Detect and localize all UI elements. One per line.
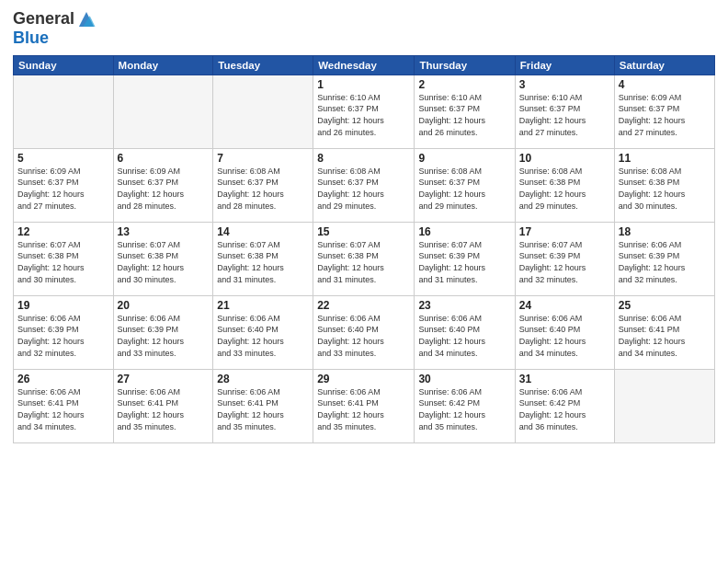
day-info: Sunrise: 6:08 AM Sunset: 6:37 PM Dayligh…: [418, 166, 510, 212]
calendar-cell: 18Sunrise: 6:06 AM Sunset: 6:39 PM Dayli…: [614, 222, 714, 295]
calendar-cell: 27Sunrise: 6:06 AM Sunset: 6:41 PM Dayli…: [113, 369, 213, 442]
calendar-cell: 23Sunrise: 6:06 AM Sunset: 6:40 PM Dayli…: [415, 295, 515, 369]
day-number: 22: [317, 299, 410, 312]
day-info: Sunrise: 6:07 AM Sunset: 6:39 PM Dayligh…: [418, 239, 510, 285]
calendar-cell: 3Sunrise: 6:10 AM Sunset: 6:37 PM Daylig…: [515, 75, 614, 148]
weekday-header-wednesday: Wednesday: [313, 55, 415, 75]
day-info: Sunrise: 6:06 AM Sunset: 6:41 PM Dayligh…: [17, 386, 109, 432]
day-number: 20: [118, 299, 210, 312]
logo-general-text: General: [13, 10, 74, 29]
day-number: 7: [217, 152, 309, 165]
calendar-cell: 24Sunrise: 6:06 AM Sunset: 6:40 PM Dayli…: [515, 295, 614, 369]
calendar-cell: 30Sunrise: 6:06 AM Sunset: 6:42 PM Dayli…: [415, 369, 515, 442]
day-number: 19: [17, 299, 109, 312]
day-info: Sunrise: 6:07 AM Sunset: 6:38 PM Dayligh…: [17, 239, 109, 285]
calendar-cell: 22Sunrise: 6:06 AM Sunset: 6:40 PM Dayli…: [313, 295, 415, 369]
day-number: 5: [17, 152, 109, 165]
calendar-cell: 8Sunrise: 6:08 AM Sunset: 6:37 PM Daylig…: [313, 148, 415, 222]
weekday-header-thursday: Thursday: [415, 55, 515, 75]
day-info: Sunrise: 6:06 AM Sunset: 6:41 PM Dayligh…: [619, 313, 711, 359]
day-info: Sunrise: 6:10 AM Sunset: 6:37 PM Dayligh…: [317, 92, 410, 138]
logo-icon: [76, 9, 97, 29]
week-row-2: 5Sunrise: 6:09 AM Sunset: 6:37 PM Daylig…: [14, 148, 715, 222]
page: General Blue SundayMondayTuesdayWednesda…: [0, 0, 728, 563]
day-number: 14: [217, 225, 309, 238]
weekday-header-sunday: Sunday: [14, 55, 114, 75]
week-row-3: 12Sunrise: 6:07 AM Sunset: 6:38 PM Dayli…: [14, 222, 715, 295]
header: General Blue: [13, 9, 715, 48]
day-number: 8: [317, 152, 410, 165]
day-number: 17: [519, 225, 610, 238]
day-number: 10: [519, 152, 610, 165]
day-number: 26: [17, 373, 109, 385]
day-info: Sunrise: 6:06 AM Sunset: 6:40 PM Dayligh…: [519, 313, 610, 359]
day-info: Sunrise: 6:09 AM Sunset: 6:37 PM Dayligh…: [619, 92, 711, 138]
day-info: Sunrise: 6:06 AM Sunset: 6:39 PM Dayligh…: [619, 239, 711, 285]
calendar-cell: 6Sunrise: 6:09 AM Sunset: 6:37 PM Daylig…: [113, 148, 213, 222]
weekday-header-row: SundayMondayTuesdayWednesdayThursdayFrid…: [14, 55, 715, 75]
week-row-4: 19Sunrise: 6:06 AM Sunset: 6:39 PM Dayli…: [14, 295, 715, 369]
calendar-cell: 26Sunrise: 6:06 AM Sunset: 6:41 PM Dayli…: [14, 369, 114, 442]
day-info: Sunrise: 6:07 AM Sunset: 6:38 PM Dayligh…: [317, 239, 410, 285]
day-number: 31: [519, 373, 610, 385]
day-number: 11: [619, 152, 711, 165]
day-number: 27: [118, 373, 210, 385]
calendar-table: SundayMondayTuesdayWednesdayThursdayFrid…: [13, 55, 715, 443]
calendar-cell: 16Sunrise: 6:07 AM Sunset: 6:39 PM Dayli…: [415, 222, 515, 295]
day-number: 4: [619, 78, 711, 91]
calendar-cell: 10Sunrise: 6:08 AM Sunset: 6:38 PM Dayli…: [515, 148, 614, 222]
weekday-header-tuesday: Tuesday: [213, 55, 313, 75]
day-info: Sunrise: 6:06 AM Sunset: 6:41 PM Dayligh…: [118, 386, 210, 432]
weekday-header-friday: Friday: [515, 55, 614, 75]
calendar-cell: 5Sunrise: 6:09 AM Sunset: 6:37 PM Daylig…: [14, 148, 114, 222]
day-number: 16: [418, 225, 510, 238]
day-number: 12: [17, 225, 109, 238]
day-info: Sunrise: 6:10 AM Sunset: 6:37 PM Dayligh…: [519, 92, 610, 138]
day-number: 13: [118, 225, 210, 238]
calendar-cell: 20Sunrise: 6:06 AM Sunset: 6:39 PM Dayli…: [113, 295, 213, 369]
calendar-cell: 21Sunrise: 6:06 AM Sunset: 6:40 PM Dayli…: [213, 295, 313, 369]
day-number: 3: [519, 78, 610, 91]
calendar-cell: 9Sunrise: 6:08 AM Sunset: 6:37 PM Daylig…: [415, 148, 515, 222]
logo-blue-text: Blue: [13, 29, 49, 47]
calendar-cell: [614, 369, 714, 442]
day-info: Sunrise: 6:06 AM Sunset: 6:42 PM Dayligh…: [519, 386, 610, 432]
day-info: Sunrise: 6:08 AM Sunset: 6:37 PM Dayligh…: [217, 166, 309, 212]
weekday-header-monday: Monday: [113, 55, 213, 75]
day-number: 1: [317, 78, 410, 91]
day-info: Sunrise: 6:06 AM Sunset: 6:42 PM Dayligh…: [418, 386, 510, 432]
day-info: Sunrise: 6:06 AM Sunset: 6:40 PM Dayligh…: [217, 313, 309, 359]
day-number: 28: [217, 373, 309, 385]
day-info: Sunrise: 6:06 AM Sunset: 6:41 PM Dayligh…: [317, 386, 410, 432]
calendar-cell: 12Sunrise: 6:07 AM Sunset: 6:38 PM Dayli…: [14, 222, 114, 295]
week-row-1: 1Sunrise: 6:10 AM Sunset: 6:37 PM Daylig…: [14, 75, 715, 148]
weekday-header-saturday: Saturday: [614, 55, 714, 75]
day-number: 2: [418, 78, 510, 91]
calendar-cell: 29Sunrise: 6:06 AM Sunset: 6:41 PM Dayli…: [313, 369, 415, 442]
day-number: 23: [418, 299, 510, 312]
calendar-cell: 7Sunrise: 6:08 AM Sunset: 6:37 PM Daylig…: [213, 148, 313, 222]
day-number: 25: [619, 299, 711, 312]
day-info: Sunrise: 6:06 AM Sunset: 6:40 PM Dayligh…: [317, 313, 410, 359]
day-info: Sunrise: 6:10 AM Sunset: 6:37 PM Dayligh…: [418, 92, 510, 138]
week-row-5: 26Sunrise: 6:06 AM Sunset: 6:41 PM Dayli…: [14, 369, 715, 442]
calendar-cell: 28Sunrise: 6:06 AM Sunset: 6:41 PM Dayli…: [213, 369, 313, 442]
day-info: Sunrise: 6:09 AM Sunset: 6:37 PM Dayligh…: [17, 166, 109, 212]
calendar-cell: [213, 75, 313, 148]
calendar-cell: 15Sunrise: 6:07 AM Sunset: 6:38 PM Dayli…: [313, 222, 415, 295]
logo: General Blue: [13, 9, 97, 48]
day-info: Sunrise: 6:08 AM Sunset: 6:38 PM Dayligh…: [619, 166, 711, 212]
day-number: 30: [418, 373, 510, 385]
day-info: Sunrise: 6:07 AM Sunset: 6:38 PM Dayligh…: [118, 239, 210, 285]
day-number: 15: [317, 225, 410, 238]
day-info: Sunrise: 6:07 AM Sunset: 6:39 PM Dayligh…: [519, 239, 610, 285]
day-info: Sunrise: 6:06 AM Sunset: 6:41 PM Dayligh…: [217, 386, 309, 432]
day-info: Sunrise: 6:06 AM Sunset: 6:39 PM Dayligh…: [118, 313, 210, 359]
calendar-cell: 4Sunrise: 6:09 AM Sunset: 6:37 PM Daylig…: [614, 75, 714, 148]
calendar-cell: [113, 75, 213, 148]
day-info: Sunrise: 6:08 AM Sunset: 6:38 PM Dayligh…: [519, 166, 610, 212]
calendar-cell: 25Sunrise: 6:06 AM Sunset: 6:41 PM Dayli…: [614, 295, 714, 369]
day-info: Sunrise: 6:06 AM Sunset: 6:39 PM Dayligh…: [17, 313, 109, 359]
day-number: 24: [519, 299, 610, 312]
calendar-cell: 17Sunrise: 6:07 AM Sunset: 6:39 PM Dayli…: [515, 222, 614, 295]
